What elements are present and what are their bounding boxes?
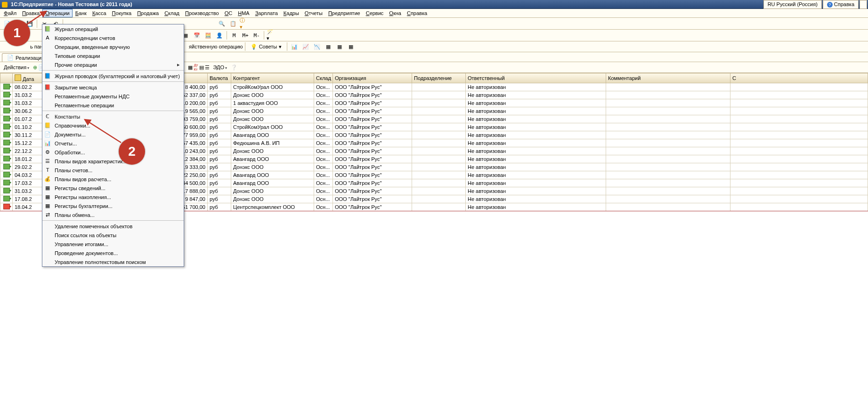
menu-банк[interactable]: Банк: [73, 9, 89, 17]
cell: Авангард ООО: [231, 131, 314, 139]
cell: Донэкс ООО: [231, 147, 314, 155]
menu-предприятие[interactable]: Предприятие: [325, 9, 363, 17]
tips-button[interactable]: 💡 Советы ▾: [247, 41, 285, 52]
help-icon: ?: [827, 2, 833, 8]
form-icon[interactable]: ▤: [199, 64, 204, 71]
col-header[interactable]: Подразделение: [412, 73, 466, 83]
menu-item[interactable]: 📗Журнал операций: [42, 24, 184, 33]
menu-сервис[interactable]: Сервис: [363, 9, 387, 17]
col-header[interactable]: С: [730, 73, 868, 83]
edo-dropdown[interactable]: ЭДО: [211, 64, 229, 70]
col-header[interactable]: [0, 73, 13, 83]
menu-item[interactable]: Управление итогами...: [42, 240, 184, 248]
chart1-icon[interactable]: 📊: [289, 41, 300, 52]
menu-item[interactable]: Проведение документов...: [42, 248, 184, 257]
cell: [730, 147, 868, 155]
menu-item-label: Отчеты...: [55, 141, 77, 146]
menu-item[interactable]: ▦Регистры сведений...: [42, 184, 184, 192]
info-icon[interactable]: ⓘ ▾: [239, 18, 250, 29]
menu-item[interactable]: ⇄Планы обмена...: [42, 210, 184, 219]
menu-item[interactable]: ☰Планы видов характеристик...: [42, 157, 184, 166]
menu-зарплата[interactable]: Зарплата: [252, 9, 281, 17]
menu-item[interactable]: ▦Регистры бухгалтерии...: [42, 201, 184, 210]
menu-item[interactable]: Типовые операции: [42, 51, 184, 60]
chart6-icon[interactable]: ▦: [346, 41, 356, 52]
add-icon[interactable]: ⊕: [33, 64, 37, 71]
cell: [412, 139, 466, 147]
dt-kt-icon[interactable]: ДтКт: [194, 63, 198, 72]
help-small-icon[interactable]: ❔: [231, 64, 237, 71]
menu-item[interactable]: Регламентные документы НДС: [42, 92, 184, 101]
cell: Не авторизован: [466, 123, 606, 131]
col-header[interactable]: Валюта: [208, 73, 231, 83]
menu-item[interactable]: 💰Планы видов расчета...: [42, 175, 184, 184]
cell: 18.04.2: [13, 203, 43, 211]
cell: ООО "Лайтрок Рус": [333, 203, 412, 211]
menu-item-label: Поиск ссылок на объекты: [55, 232, 116, 238]
menu-отчеты[interactable]: Отчеты: [302, 9, 325, 17]
menu-справка[interactable]: Справка: [404, 9, 430, 17]
memory-mplus[interactable]: M+: [240, 30, 251, 40]
menu-ос[interactable]: ОС: [222, 9, 235, 17]
menu-item-label: Планы видов расчета...: [55, 176, 111, 182]
menu-item[interactable]: ТПланы счетов...: [42, 166, 184, 175]
chart4-icon[interactable]: ▦: [323, 41, 333, 52]
menu-кадры[interactable]: Кадры: [281, 9, 302, 17]
menu-item[interactable]: ⚙Обработки...: [42, 148, 184, 157]
filter-icon[interactable]: ▦: [188, 64, 193, 71]
menu-item[interactable]: ▦Регистры накопления...: [42, 192, 184, 201]
user-icon[interactable]: 👤: [214, 30, 225, 40]
menu-касса[interactable]: Касса: [89, 9, 109, 17]
chart5-icon[interactable]: ▦: [334, 41, 345, 52]
cell: руб: [208, 147, 231, 155]
menu-склад[interactable]: Склад: [162, 9, 182, 17]
calc-icon[interactable]: 🧮: [203, 30, 213, 40]
list-icon[interactable]: ☰: [205, 64, 210, 71]
menu-окна[interactable]: Окна: [386, 9, 404, 17]
menu-item[interactable]: Поиск ссылок на объекты: [42, 231, 184, 240]
menu-item[interactable]: Прочие операции▸: [42, 60, 184, 69]
calendar-icon[interactable]: 📅: [192, 30, 202, 40]
menu-item[interactable]: Операции, введенные вручную: [42, 42, 184, 51]
menu-item[interactable]: Регламентные операции: [42, 101, 184, 110]
toolbar-options-icon[interactable]: ⋮: [860, 0, 867, 9]
cell: руб: [208, 187, 231, 195]
chart2-icon[interactable]: 📈: [300, 41, 311, 52]
language-selector[interactable]: RU Русский (Россия): [763, 0, 822, 9]
cell: 15.12.2: [13, 139, 43, 147]
menu-покупка[interactable]: Покупка: [109, 9, 135, 17]
menu-item[interactable]: АКорреспонденции счетов: [42, 33, 184, 42]
cell: [0, 139, 13, 147]
menu-item[interactable]: 📕Закрытие месяца: [42, 83, 184, 92]
col-header[interactable]: Дата: [13, 73, 43, 83]
col-header[interactable]: Склад: [314, 73, 333, 83]
cell: [0, 187, 13, 195]
menu-файл[interactable]: Файл: [1, 9, 19, 17]
menu-item[interactable]: Управление полнотекстовым поиском: [42, 257, 184, 266]
actions-dropdown[interactable]: Действия: [2, 64, 31, 70]
col-header[interactable]: Организация: [333, 73, 412, 83]
cell: [730, 171, 868, 179]
help-button[interactable]: ?Справка: [823, 0, 859, 9]
cell: Не авторизован: [466, 115, 606, 123]
menu-продажа[interactable]: Продажа: [134, 9, 162, 17]
wizard-icon[interactable]: 🪄 ▾: [266, 30, 276, 40]
menu-item-label: Прочие операции: [55, 62, 97, 68]
cell: [606, 163, 730, 171]
col-header[interactable]: Контрагент: [231, 73, 314, 83]
cell: [730, 163, 868, 171]
col-header[interactable]: Ответственный: [466, 73, 606, 83]
menu-item-label: Регламентные документы НДС: [55, 94, 130, 99]
memory-mminus[interactable]: M-: [251, 30, 262, 40]
cell: ООО "Лайтрок Рус": [333, 99, 412, 107]
memory-m[interactable]: M: [229, 30, 239, 40]
menu-нма[interactable]: НМА: [235, 9, 252, 17]
menu-производство[interactable]: Производство: [182, 9, 222, 17]
chart3-icon[interactable]: 📉: [312, 41, 322, 52]
col-header[interactable]: Комментарий: [606, 73, 730, 83]
row-status-icon: [3, 100, 10, 105]
doc-icon[interactable]: 📋: [228, 18, 238, 29]
menu-item[interactable]: Удаление помеченных объектов: [42, 222, 184, 231]
menu-item[interactable]: 📘Журнал проводок (бухгалтерский и налого…: [42, 72, 184, 80]
search-icon[interactable]: 🔍: [217, 18, 227, 29]
